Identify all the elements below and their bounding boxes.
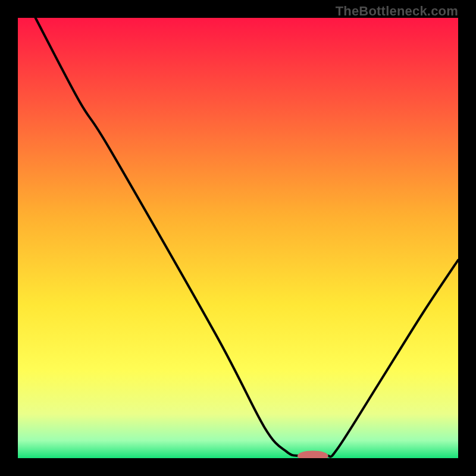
gradient-background <box>18 18 458 458</box>
plot-area <box>18 18 458 458</box>
watermark-text: TheBottleneck.com <box>336 4 458 19</box>
chart-frame: TheBottleneck.com <box>0 0 476 476</box>
bottleneck-chart <box>18 18 458 458</box>
